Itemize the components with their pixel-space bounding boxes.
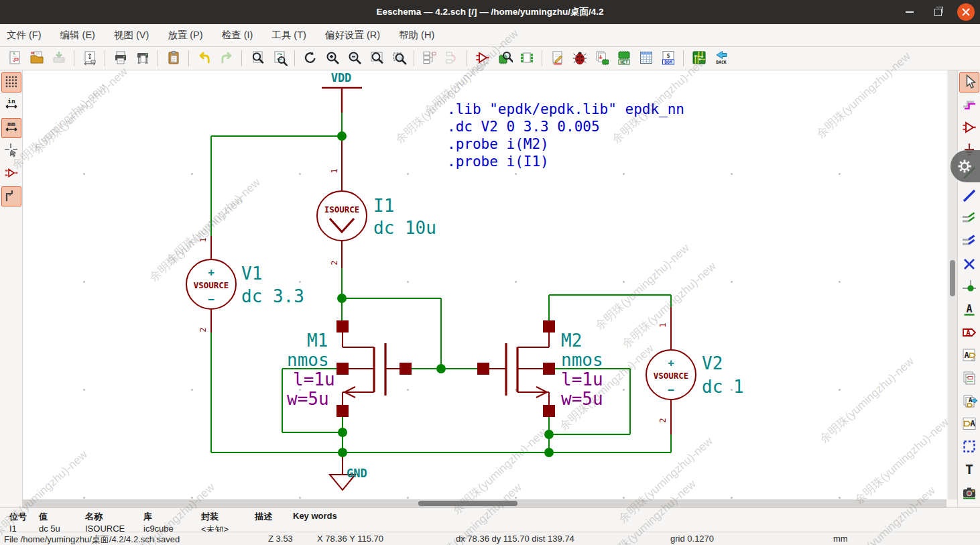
restore-button[interactable] [929,3,946,21]
schematic-canvas[interactable]: VDD GND ISOURCE 1 2 I1 dc 10u [23,70,946,499]
annotate-button[interactable] [548,48,568,68]
paste-icon [166,50,182,68]
vertical-scrollbar-thumb[interactable] [950,260,955,296]
m2-name[interactable]: nmos [561,350,603,370]
menu-edit[interactable]: 编辑 (E) [60,29,95,42]
m1-ref[interactable]: M1 [307,330,328,351]
component-m2[interactable]: M2 nmos l=1u w=5u [477,320,603,417]
paste-button[interactable] [164,48,184,68]
i1-ref[interactable]: I1 [373,196,394,216]
v2-ref[interactable]: V2 [702,353,723,373]
units-inch-button[interactable]: in [1,95,21,115]
netlist-button[interactable]: NET [614,48,634,68]
find-replace-button[interactable] [269,48,290,68]
i1-body-label: ISOURCE [324,204,360,215]
m1-name[interactable]: nmos [287,350,329,370]
plot-button[interactable] [133,48,153,68]
close-button[interactable] [957,3,975,21]
m2-w[interactable]: w=5u [561,389,603,409]
hier-sheet-icon [961,370,977,388]
new-schematic-button[interactable] [5,48,25,68]
m2-ref[interactable]: M2 [561,330,582,351]
vertical-scrollbar[interactable] [948,70,957,499]
eeschema-window: Eeschema — 4.2.sch [/] — /home/yumingzhu… [0,0,980,545]
place-symbol-button[interactable] [959,118,979,138]
cursor-shape-button[interactable] [1,141,21,161]
wire-bus-entry-button[interactable] [959,209,979,229]
menu-help[interactable]: 帮助 (H) [399,29,434,42]
m2-l[interactable]: l=1u [561,369,603,389]
component-m1[interactable]: M1 nmos l=1u w=5u [287,320,412,417]
spice-directives[interactable]: .lib "epdk/epdk.lib" epdk_nn .dc V2 0 3.… [447,101,684,170]
component-v2[interactable]: + VSOURCE − 1 2 V2 dc 1 [646,307,744,434]
component-i1[interactable]: ISOURCE 1 2 I1 dc 10u [317,136,436,268]
undo-button[interactable] [194,48,215,68]
page-settings-button[interactable] [80,48,100,68]
menu-view[interactable]: 视图 (V) [114,29,149,42]
hierarchy-navigator-button[interactable] [420,48,440,68]
footprint-editor-button[interactable] [517,48,537,68]
zoom-out-button[interactable] [345,48,365,68]
graphic-text-button[interactable]: T [959,460,979,480]
import-sheet-pin-button[interactable]: A [959,391,979,412]
place-bus-button[interactable] [959,186,979,206]
save-schematic-button[interactable] [49,48,69,68]
net-label-button[interactable]: A [959,300,979,320]
import-sheet-pin-icon: A [961,393,977,411]
symbol-editor-button[interactable] [473,48,493,68]
no-connect-button[interactable] [959,255,979,275]
grid-visibility-button[interactable] [1,72,21,93]
pcbnew-button[interactable] [689,48,709,68]
hier-sheet-button[interactable] [959,369,979,389]
zoom-selection-button[interactable] [389,48,409,68]
graphic-line-button[interactable] [959,437,979,457]
menu-place[interactable]: 放置 (P) [168,29,202,42]
bom-button[interactable]: $BOM [658,48,678,68]
highlight-net-button[interactable] [959,95,979,115]
m1-w[interactable]: w=5u [287,389,329,409]
units-mm-button[interactable]: mm [1,118,21,138]
v1-value[interactable]: dc 3.3 [241,286,304,306]
horizontal-scrollbar[interactable] [23,499,946,507]
field-column: Key words [293,511,337,522]
menu-file[interactable]: 文件 (F) [7,29,42,42]
v1-ref[interactable]: V1 [241,263,262,284]
place-junction-button[interactable] [959,278,979,298]
component-v1[interactable]: + VSOURCE − 1 2 V1 dc 3.3 [186,236,304,332]
leave-sheet-button[interactable] [442,48,462,68]
bus-bus-entry-button[interactable] [959,232,979,252]
menu-tools[interactable]: 工具 (T) [271,29,306,42]
select-tool-button[interactable] [959,72,979,93]
back-annotate-button[interactable]: BACK [711,48,731,68]
hier-label-button[interactable]: A [959,346,979,366]
symbol-browser-button[interactable] [495,48,515,68]
open-schematic-button[interactable] [27,48,47,68]
symbol-fields-table-button[interactable] [636,48,656,68]
place-image-button[interactable] [959,483,979,503]
power-vdd[interactable]: VDD [322,71,362,113]
screen-overlay-gear[interactable] [951,150,980,182]
zoom-in-button[interactable] [322,48,343,68]
redo-button[interactable] [217,48,237,68]
assign-footprints-button[interactable] [592,48,612,68]
print-button[interactable] [111,48,131,68]
menu-inspect[interactable]: 检查 (I) [222,29,253,42]
sheet-pin-button[interactable]: A [959,414,979,434]
vdd-label[interactable]: VDD [331,71,352,84]
hidden-pins-button[interactable] [1,164,21,184]
minimize-button[interactable] [901,3,918,21]
power-gnd[interactable]: GND [330,452,367,490]
hv-wires-button[interactable] [1,186,21,206]
erc-button[interactable] [570,48,590,68]
i1-value[interactable]: dc 10u [373,218,436,238]
zoom-fit-button[interactable] [367,48,387,68]
redraw-button[interactable] [300,48,320,68]
gnd-label[interactable]: GND [347,467,367,480]
find-button[interactable] [247,48,267,68]
v2-value[interactable]: dc 1 [702,377,744,397]
horizontal-scrollbar-thumb[interactable] [418,501,517,506]
global-label-button[interactable]: A [959,323,979,343]
menu-preferences[interactable]: 偏好设置 (R) [325,29,380,42]
units-mm-icon: mm [3,119,19,137]
m1-l[interactable]: l=1u [293,369,335,389]
